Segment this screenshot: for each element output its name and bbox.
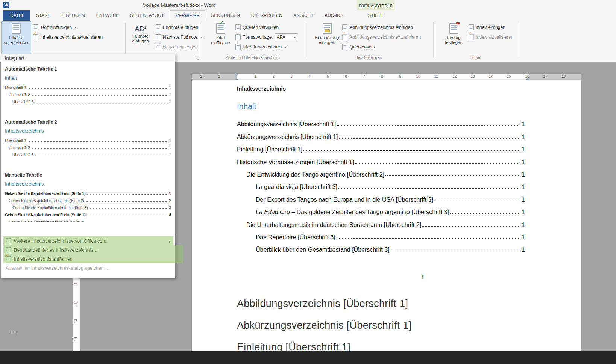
footnotes-dialog-launcher-icon[interactable] (194, 56, 199, 60)
group-label-citations: Zitate und Literaturverzeichnis (200, 55, 304, 60)
preview-entry: Überschrift 11 (5, 136, 171, 143)
toc-entry: Die Entwicklung des Tango argentino [Übe… (237, 166, 525, 178)
update-index-button: Index aktualisieren (469, 33, 513, 41)
group-separator (520, 22, 520, 57)
dot-leader (303, 150, 520, 151)
bibliography-button[interactable]: Literaturverzeichnis (235, 43, 286, 51)
tab-ansicht[interactable]: ANSICHT (288, 10, 319, 21)
insert-table-of-figures-button[interactable]: Abbildungsverzeichnis einfügen (342, 23, 413, 32)
ruler-number: 2 (200, 74, 202, 79)
preview-entry: Überschrift 21 (5, 90, 171, 97)
left-indent-marker[interactable] (235, 77, 238, 80)
ruler-number: 17 (543, 74, 547, 79)
dot-leader (89, 208, 168, 209)
insert-endnote-icon (156, 24, 161, 30)
insert-caption-button[interactable]: Beschriftung einfügen (313, 22, 341, 55)
section-heading: Einleitung [Überschrift 1] (237, 341, 350, 351)
dot-leader (355, 163, 520, 164)
dropdown-arrow-icon (285, 45, 286, 49)
dot-leader (27, 141, 168, 142)
dot-leader (35, 103, 168, 103)
insert-footnote-button[interactable]: AB1 Fußnote einfügen (127, 22, 154, 55)
right-indent-marker[interactable] (526, 77, 529, 80)
ruler-number: 11 (74, 282, 78, 286)
dropdown-arrow-icon (75, 26, 76, 29)
gallery-section-header: Integriert (1, 54, 175, 62)
word-window: W Vorlage Masterarbeit.docx - Word FREIH… (0, 0, 616, 364)
first-line-indent-marker[interactable] (235, 74, 238, 77)
taskbar (0, 351, 616, 364)
document-page[interactable]: Inhaltsverzeichnis Inhalt Abbildungsverz… (192, 80, 581, 351)
toc-gallery-item-automatic-2[interactable]: Inhaltsverzeichnis Überschrift 11 Übersc… (5, 127, 171, 157)
insert-index-icon (469, 24, 474, 30)
preview-entry: Überschrift 21 (5, 143, 171, 150)
update-toc-button[interactable]: Inhaltsverzeichnis aktualisieren (33, 33, 103, 41)
toc-gallery-item-manual[interactable]: Inhaltsverzeichnis Geben Sie die Kapitel… (5, 180, 171, 222)
gallery-item-title: Automatische Tabelle 2 (5, 119, 171, 125)
insert-citation-button[interactable]: Zitat einfügen (207, 22, 234, 55)
preview-entry: Geben Sie die Kapitelüberschrift ein (St… (5, 196, 171, 203)
cross-reference-button[interactable]: Querverweis (342, 43, 375, 51)
ruler-number: 1 (254, 74, 256, 79)
insert-index-button[interactable]: Index einfügen (469, 23, 505, 32)
table-of-contents-button[interactable]: Inhalts- verzeichnis (2, 22, 31, 55)
ruler-number: 15 (507, 74, 511, 79)
tab-seitenlayout[interactable]: SEITENLAYOUT (124, 10, 170, 21)
preview-entry: Überschrift 31 (5, 150, 171, 157)
tab-add-ins[interactable]: ADD-INS (319, 10, 349, 21)
tab-ueberpruefen[interactable]: ÜBERPRÜFEN (246, 10, 288, 21)
tab-stifte[interactable]: STIFTE (357, 10, 395, 21)
insert-caption-icon (323, 23, 332, 34)
next-footnote-icon (156, 34, 161, 40)
tab-einfuegen[interactable]: EINFÜGEN (56, 10, 91, 21)
group-label-index: Index (433, 55, 519, 60)
next-footnote-button[interactable]: Nächste Fußnote (156, 33, 202, 41)
bibliography-icon (235, 44, 241, 50)
add-text-icon (33, 24, 38, 30)
table-of-contents-icon (12, 23, 21, 34)
update-toc-icon (33, 34, 38, 40)
tab-start[interactable]: START (30, 10, 56, 21)
tab-verweise[interactable]: VERWEISE (170, 10, 205, 21)
manage-sources-button[interactable]: Quellen verwalten (235, 23, 279, 32)
window-title: Vorlage Masterarbeit.docx - Word (143, 0, 215, 10)
ruler-number: 12 (452, 74, 457, 79)
toc-entry: Das Repertoire [Überschrift 3]1 (237, 228, 525, 241)
tab-sendungen[interactable]: SENDUNGEN (205, 10, 246, 21)
preview-entry: Geben Sie die Kapitelüberschrift ein (St… (5, 203, 171, 210)
dot-leader (31, 95, 168, 96)
tab-datei[interactable]: DATEI (3, 10, 30, 21)
ruler-number: 14 (74, 337, 78, 341)
section-heading: Abkürzungsverzeichnis [Überschrift 1] (237, 320, 411, 331)
dot-leader (35, 156, 168, 156)
mark-entry-button[interactable]: Eintrag festlegen (440, 22, 467, 55)
group-separator (125, 22, 126, 57)
remove-toc-icon (6, 256, 11, 262)
ruler-number: 4 (308, 74, 311, 79)
preview-entry: Geben Sie die Kapitelüberschrift ein (St… (5, 217, 171, 222)
add-text-button[interactable]: Text hinzufügen (33, 23, 76, 32)
menu-commands: Weitere Inhaltsverzeichnisse von Office.… (1, 236, 175, 273)
toc-gallery-item-automatic-1[interactable]: Inhalt Überschrift 11 Überschrift 21 Übe… (5, 74, 171, 104)
update-table-of-figures-button: Abbildungsverzeichnis aktualisieren (342, 33, 421, 41)
toc-entry: Einleitung [Überschrift 1]1 (237, 140, 525, 153)
menu-item-more-toc-from-office[interactable]: Weitere Inhaltsverzeichnisse von Office.… (1, 237, 175, 246)
manage-sources-icon (235, 24, 241, 30)
custom-toc-icon (6, 247, 11, 253)
office-com-toc-icon (6, 238, 11, 244)
ruler-number: 7 (363, 74, 365, 79)
tab-entwurf[interactable]: ENTWURF (91, 10, 124, 21)
group-label-captions: Beschriftungen (304, 55, 433, 60)
dot-leader (434, 201, 520, 201)
toc-entry: Abbildungsverzeichnis [Überschrift 1]1 (237, 115, 525, 128)
show-notes-button: Notizen anzeigen (156, 43, 198, 51)
dropdown-arrow-icon (27, 40, 28, 45)
menu-item-remove-toc[interactable]: Inhaltsverzeichnis entfernen (1, 255, 175, 264)
gallery-section-manual: Manuelle Tabelle Inhaltsverzeichnis Gebe… (5, 172, 171, 222)
insert-endnote-button[interactable]: Endnote einfügen (156, 23, 198, 32)
preview-entry: Überschrift 31 (5, 97, 171, 104)
dot-leader (86, 216, 168, 216)
menu-item-custom-toc[interactable]: Benutzerdefiniertes Inhaltsverzeichnis… (1, 246, 175, 255)
citation-style-select[interactable]: APA (275, 33, 297, 41)
toc-entry: Abkürzungsverzeichnis [Überschrift 1]1 (237, 128, 525, 140)
